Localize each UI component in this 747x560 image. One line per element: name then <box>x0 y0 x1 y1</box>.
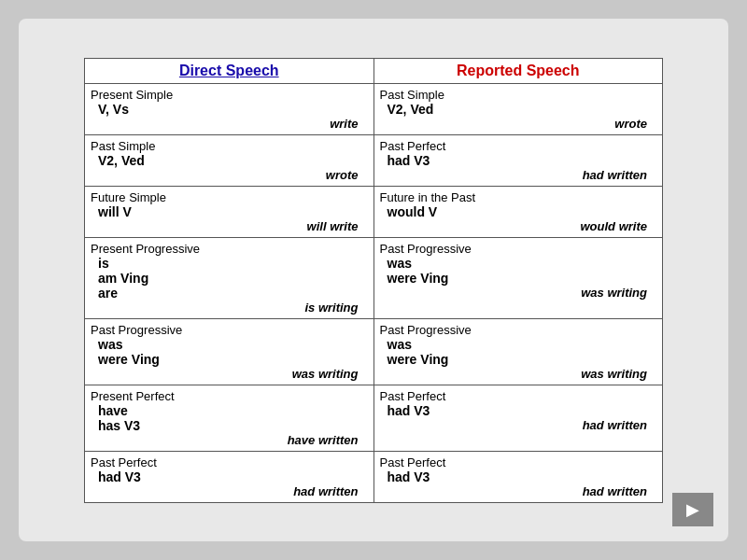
header-direct: Direct Speech <box>85 58 374 83</box>
reported-cell: Past Progressivewaswere Vingwas writing <box>374 318 663 385</box>
reported-cell: Past Perfecthad V3had written <box>374 451 663 502</box>
reported-cell: Future in the Pastwould Vwould write <box>374 186 663 237</box>
next-button[interactable] <box>672 493 713 526</box>
direct-cell: Past Progressivewaswere Vingwas writing <box>85 318 374 385</box>
slide-container: Direct Speech Reported Speech Present Si… <box>19 19 728 541</box>
direct-cell: Future Simplewill Vwill write <box>85 186 374 237</box>
reported-cell: Past Progressivewaswere Vingwas writing <box>374 237 663 318</box>
reported-cell: Past Perfecthad V3had written <box>374 385 663 451</box>
grammar-table: Direct Speech Reported Speech Present Si… <box>84 58 663 503</box>
direct-cell: Past SimpleV2, Vedwrote <box>85 134 374 186</box>
table-wrapper: Direct Speech Reported Speech Present Si… <box>84 58 663 503</box>
reported-cell: Past Perfecthad V3had written <box>374 134 663 186</box>
direct-cell: Present Progressiveisam Vingareis writin… <box>85 237 374 318</box>
direct-cell: Present Perfecthavehas V3have written <box>85 385 374 451</box>
direct-cell: Present SimpleV, Vswrite <box>85 83 374 134</box>
reported-cell: Past SimpleV2, Vedwrote <box>374 83 663 134</box>
direct-cell: Past Perfecthad V3had written <box>85 451 374 502</box>
header-reported: Reported Speech <box>374 58 663 83</box>
